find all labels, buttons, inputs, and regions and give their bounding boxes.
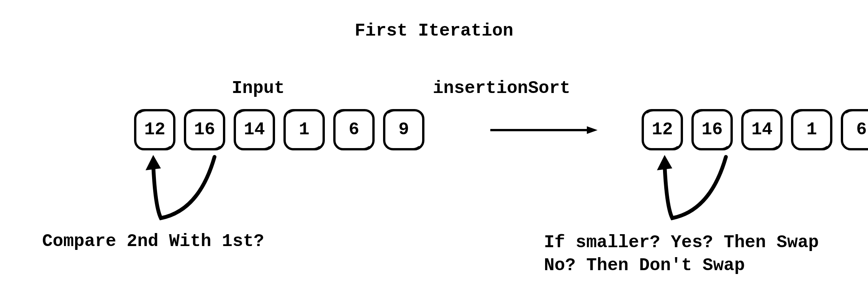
diagram-title: First Iteration <box>355 21 513 41</box>
swap-caption-line1: If smaller? Yes? Then Swap <box>544 233 819 253</box>
input-array: 12 16 14 1 6 9 <box>134 109 424 150</box>
swap-caption-line2: No? Then Don't Swap <box>544 256 745 276</box>
compare-caption: Compare 2nd With 1st? <box>42 232 264 251</box>
array-cell: 14 <box>741 109 783 150</box>
array-cell: 6 <box>841 109 868 150</box>
array-cell: 14 <box>234 109 275 150</box>
array-cell: 12 <box>134 109 175 150</box>
array-cell: 6 <box>333 109 375 150</box>
array-cell: 1 <box>791 109 832 150</box>
input-label: Input <box>232 78 285 98</box>
array-cell: 9 <box>383 109 424 150</box>
array-cell: 16 <box>691 109 733 150</box>
svg-marker-1 <box>587 126 598 134</box>
svg-marker-3 <box>657 155 672 170</box>
array-cell: 1 <box>283 109 325 150</box>
svg-marker-2 <box>146 155 161 170</box>
output-array: 12 16 14 1 6 9 <box>642 109 868 150</box>
compare-arrow-icon <box>138 153 237 230</box>
swap-arrow-icon <box>649 153 749 230</box>
array-cell: 16 <box>184 109 225 150</box>
array-cell: 12 <box>642 109 683 150</box>
swap-caption: If smaller? Yes? Then Swap No? Then Don'… <box>544 232 819 277</box>
sort-label: insertionSort <box>433 78 570 98</box>
arrow-right-icon <box>490 126 598 134</box>
